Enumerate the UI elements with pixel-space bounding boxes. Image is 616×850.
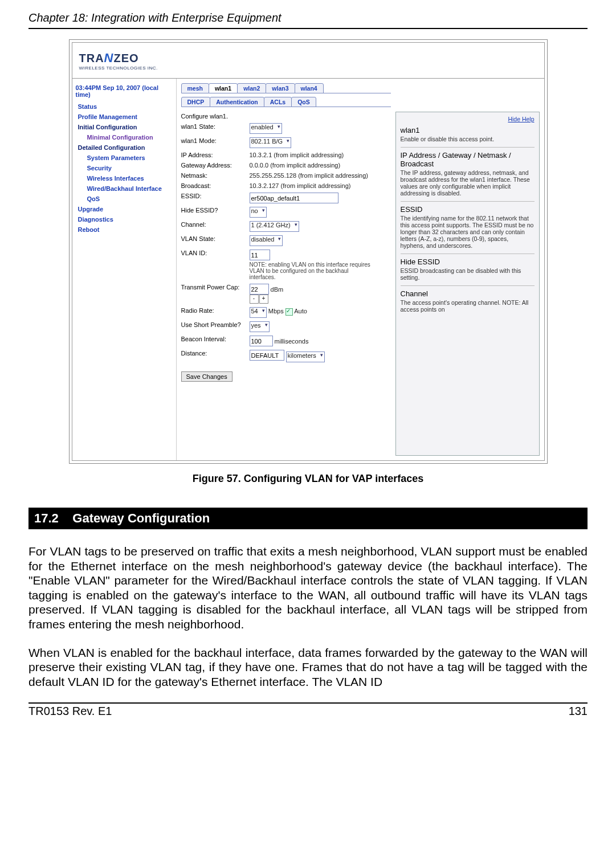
sidebar: 03:44PM Sep 10, 2007 (local time) Status… (72, 79, 177, 460)
value-broadcast: 10.3.2.127 (from implicit addressing) (250, 182, 391, 189)
main-tabs: mesh wlan1 wlan2 wlan3 wlan4 (181, 83, 391, 93)
sidebar-item-qos[interactable]: QoS (76, 194, 173, 204)
select-mode[interactable]: 802.11 B/G (250, 137, 292, 148)
sidebar-item-upgrade[interactable]: Upgrade (76, 204, 173, 214)
sidebar-item-detailed[interactable]: Detailed Configuration (76, 142, 173, 153)
select-state[interactable]: enabled (250, 123, 282, 134)
help-h-ip: IP Address / Gateway / Netmask / Broadca… (401, 151, 535, 168)
sidebar-item-initial[interactable]: Initial Configuration (76, 122, 173, 132)
label-vlanid: VLAN ID: (181, 250, 250, 256)
tab-wlan2[interactable]: wlan2 (237, 83, 266, 93)
label-distance: Distance: (181, 350, 250, 357)
app-screenshot: TRANZEO WIRELESS TECHNOLOGIES INC. 03:44… (69, 39, 548, 464)
label-broadcast: Broadcast: (181, 182, 250, 189)
input-vlanid[interactable] (250, 250, 270, 260)
help-p-channel: The access point's operating channel. NO… (401, 299, 535, 313)
label-channel: Channel: (181, 221, 250, 228)
help-h-hideessid: Hide ESSID (401, 258, 535, 266)
body-paragraph-2: When VLAN is enabled for the backhaul in… (28, 645, 588, 689)
hide-help-link[interactable]: Hide Help (508, 116, 534, 122)
select-hideessid[interactable]: no (250, 207, 267, 218)
help-p-hideessid: ESSID broadcasting can be disabled with … (401, 267, 535, 281)
input-txcap[interactable] (250, 284, 269, 295)
chapter-title: Chapter 18: Integration with Enterprise … (28, 11, 588, 27)
subtab-qos[interactable]: QoS (291, 97, 316, 107)
label-vlanstate: VLAN State: (181, 235, 250, 242)
txcap-step-down[interactable]: - (250, 295, 259, 304)
footer-rule (28, 702, 588, 704)
help-panel: Hide Help wlan1 Enable or disable this a… (395, 112, 540, 456)
input-beacon[interactable] (250, 336, 273, 346)
label-essid: ESSID: (181, 193, 250, 199)
label-txcap: Transmit Power Cap: (181, 284, 250, 291)
checkbox-auto[interactable] (285, 308, 293, 316)
select-distance-unit[interactable]: kilometers (286, 352, 325, 362)
tab-wlan4[interactable]: wlan4 (295, 83, 324, 93)
footer-left: TR0153 Rev. E1 (28, 705, 112, 718)
label-netmask: Netmask: (181, 172, 250, 179)
subtab-acls[interactable]: ACLs (264, 97, 292, 107)
label-auto: Auto (294, 308, 307, 314)
body-paragraph-1: For VLAN tags to be preserved on traffic… (28, 544, 588, 632)
subtab-dhcp[interactable]: DHCP (181, 97, 211, 107)
value-ip: 10.3.2.1 (from implicit addressing) (250, 152, 391, 158)
label-mode: wlan1 Mode: (181, 137, 250, 144)
save-button[interactable]: Save Changes (181, 371, 232, 382)
tab-mesh[interactable]: mesh (181, 83, 209, 93)
form-intro: Configure wlan1. (181, 113, 250, 120)
help-p-wlan1: Enable or disable this access point. (401, 136, 535, 142)
sidebar-item-reboot[interactable]: Reboot (76, 224, 173, 235)
input-essid[interactable] (250, 193, 338, 203)
sidebar-item-wireless[interactable]: Wireless Interfaces (76, 173, 173, 183)
select-rate[interactable]: 54 (250, 307, 267, 318)
select-channel[interactable]: 1 (2.412 GHz) (250, 221, 299, 232)
logo-text-pre: TRA (79, 52, 104, 64)
brand-tagline: WIRELESS TECHNOLOGIES INC. (79, 66, 158, 71)
label-rate: Radio Rate: (181, 307, 250, 314)
label-gateway: Gateway Address: (181, 162, 250, 169)
select-preamble[interactable]: yes (250, 321, 270, 332)
note-vlan: NOTE: enabling VLAN on this interface re… (250, 261, 375, 280)
value-netmask: 255.255.255.128 (from implicit addressin… (250, 172, 391, 179)
label-preamble: Use Short Preamble? (181, 321, 250, 328)
select-vlanstate[interactable]: disabled (250, 235, 283, 246)
figure-caption: Figure 57. Configuring VLAN for VAP inte… (28, 473, 588, 485)
sidebar-item-security[interactable]: Security (76, 163, 173, 173)
label-beacon: Beacon Interval: (181, 336, 250, 342)
help-h-wlan1: wlan1 (401, 126, 535, 134)
unit-mbps: Mbps (268, 308, 284, 314)
sidebar-time: 03:44PM Sep 10, 2007 (local time) (76, 84, 173, 101)
section-heading: 17.2 Gateway Configuration (28, 508, 588, 529)
help-h-essid: ESSID (401, 205, 535, 214)
logo-text-post: ZEO (114, 52, 139, 64)
sidebar-item-minimal[interactable]: Minimal Configuration (76, 132, 173, 142)
help-h-channel: Channel (401, 289, 535, 298)
unit-dbm: dBm (271, 286, 284, 293)
sidebar-item-sysparams[interactable]: System Parameters (76, 153, 173, 163)
footer-right: 131 (569, 705, 588, 718)
input-distance[interactable] (250, 350, 284, 361)
section-title: Gateway Configuration (72, 511, 210, 525)
help-p-essid: The identifying name for the 802.11 netw… (401, 215, 535, 249)
txcap-step-up[interactable]: + (259, 295, 268, 304)
label-hideessid: Hide ESSID? (181, 207, 250, 214)
sidebar-item-status[interactable]: Status (76, 101, 173, 112)
tab-wlan3[interactable]: wlan3 (266, 83, 295, 93)
sidebar-item-profile[interactable]: Profile Management (76, 112, 173, 122)
label-state: wlan1 State: (181, 123, 250, 130)
label-ip: IP Address: (181, 152, 250, 158)
header-rule (28, 28, 588, 29)
sidebar-item-wired[interactable]: Wired/Backhaul Interface (76, 183, 173, 194)
brand-logo: TRANZEO (79, 51, 158, 66)
unit-ms: milliseconds (275, 338, 309, 345)
sub-tabs: DHCP Authentication ACLs QoS (181, 97, 391, 107)
section-number: 17.2 (34, 511, 59, 525)
tab-wlan1[interactable]: wlan1 (209, 83, 238, 93)
logo-text-mid: N (104, 51, 114, 65)
help-p-ip: The IP address, gateway address, netmask… (401, 169, 535, 197)
sidebar-item-diag[interactable]: Diagnostics (76, 214, 173, 224)
subtab-auth[interactable]: Authentication (210, 97, 264, 107)
value-gateway: 0.0.0.0 (from implicit addressing) (250, 162, 391, 169)
app-banner: TRANZEO WIRELESS TECHNOLOGIES INC. (72, 42, 545, 79)
